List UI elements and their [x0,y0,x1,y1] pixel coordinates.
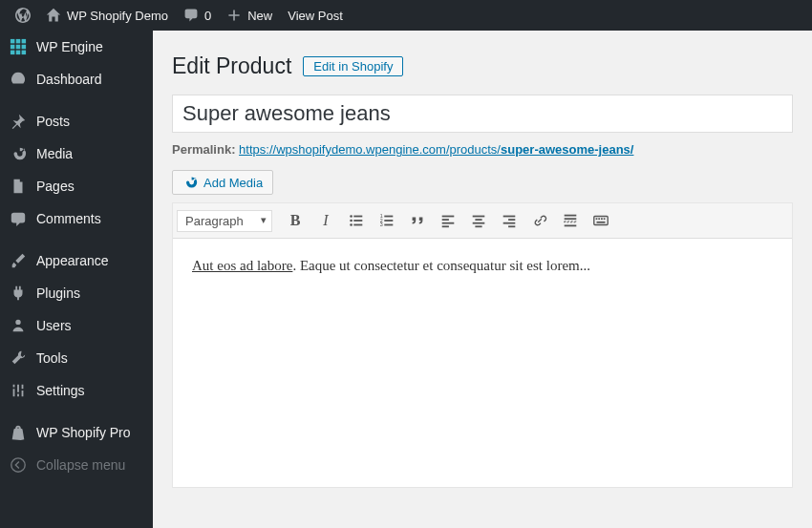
content-underlined: Aut eos ad labore [192,258,292,273]
sidebar-item-dashboard[interactable]: Dashboard [0,63,153,95]
svg-rect-23 [442,219,449,221]
numbered-list-button[interactable]: 123 [374,207,400,234]
toolbar-toggle-button[interactable] [588,207,614,234]
media-icon [10,145,27,162]
content-rest: . Eaque ut consectetur et consequatur si… [292,258,590,273]
shopify-icon [10,424,27,441]
sidebar-item-settings[interactable]: Settings [0,374,153,407]
add-media-button[interactable]: Add Media [172,170,273,195]
sidebar-item-media[interactable]: Media [0,137,153,170]
tool-icon [10,349,27,367]
svg-rect-36 [565,222,577,222]
permalink-link[interactable]: https://wpshopifydemo.wpengine.com/produ… [239,142,633,157]
svg-rect-2 [22,39,27,44]
svg-rect-26 [473,216,485,218]
align-right-icon [501,212,518,229]
plus-icon [226,8,242,23]
sidebar-item-tools[interactable]: Tools [0,342,153,374]
edit-in-shopify-button[interactable]: Edit in Shopify [303,56,403,76]
sidebar-item-wpengine[interactable]: WP Engine [0,31,153,63]
dashboard-icon [10,71,27,88]
svg-text:3: 3 [380,222,383,227]
collapse-icon [10,456,27,474]
bullet-list-button[interactable] [343,207,370,234]
svg-rect-0 [11,39,15,44]
svg-rect-30 [503,216,516,218]
settings-icon [10,382,27,399]
product-title-input[interactable] [172,95,793,133]
svg-rect-17 [384,220,393,222]
new-label: New [247,9,272,23]
sidebar-item-users[interactable]: Users [0,309,153,342]
svg-rect-38 [594,217,608,225]
ol-icon: 123 [378,212,395,229]
brush-icon [10,252,27,269]
svg-rect-29 [475,225,481,227]
site-link[interactable]: WP Shopify Demo [38,0,176,31]
sidebar-item-comments[interactable]: Comments [0,202,153,235]
sidebar-item-plugins[interactable]: Plugins [0,277,153,309]
view-post-link[interactable]: View Post [280,0,351,31]
svg-rect-22 [442,216,455,218]
align-right-button[interactable] [496,207,523,234]
permalink-row: Permalink: https://wpshopifydemo.wpengin… [172,142,793,157]
blockquote-button[interactable] [404,207,431,234]
editor-body[interactable]: Aut eos ad labore. Eaque ut consectetur … [173,239,792,487]
permalink-label: Permalink: [172,142,235,157]
sidebar-item-label: WP Engine [36,39,103,54]
sidebar-item-pages[interactable]: Pages [0,170,153,202]
content-editor: Paragraph B I 123 Aut eos ad labore. Eaq… [172,202,793,488]
sidebar-item-label: Appearance [36,253,109,268]
collapse-menu[interactable]: Collapse menu [0,449,153,481]
italic-button[interactable]: I [312,207,339,234]
view-post-label: View Post [288,9,343,23]
svg-point-10 [350,215,353,218]
comments-link[interactable]: 0 [176,0,219,31]
svg-rect-33 [508,225,515,227]
align-center-button[interactable] [465,207,492,234]
svg-rect-4 [16,45,21,50]
comment-count: 0 [204,9,211,23]
svg-rect-35 [565,218,577,220]
svg-point-9 [11,458,25,472]
read-more-button[interactable] [557,207,584,234]
add-media-label: Add Media [203,176,263,190]
bold-button[interactable]: B [282,207,309,234]
main-content: Edit Product Edit in Shopify Permalink: … [153,31,812,528]
sidebar-item-wpshopify[interactable]: WP Shopify Pro [0,416,153,449]
svg-rect-18 [384,224,393,226]
sidebar-item-appearance[interactable]: Appearance [0,244,153,277]
plug-icon [10,285,27,302]
sidebar-item-label: Comments [36,211,101,226]
page-icon [10,178,27,195]
pin-icon [10,113,27,130]
svg-rect-37 [565,225,577,227]
link-button[interactable] [526,207,553,234]
wpengine-icon [10,38,27,55]
svg-rect-43 [597,222,606,223]
svg-rect-25 [442,225,449,227]
svg-rect-27 [475,219,481,221]
sidebar-item-label: Pages [36,179,75,194]
readmore-icon [562,212,579,229]
svg-rect-5 [22,45,27,50]
sidebar-item-label: Settings [36,383,85,398]
format-select[interactable]: Paragraph [177,210,272,232]
site-title: WP Shopify Demo [67,9,168,23]
svg-rect-28 [473,222,485,224]
quote-icon [409,212,426,229]
sidebar-item-posts[interactable]: Posts [0,105,153,137]
svg-rect-8 [22,51,27,55]
align-left-button[interactable] [435,207,461,234]
home-icon [46,8,61,23]
sidebar-item-label: Media [36,146,73,161]
svg-rect-11 [353,216,362,218]
svg-rect-40 [598,218,600,220]
svg-rect-42 [604,218,606,220]
svg-point-12 [350,220,353,222]
sidebar-item-label: WP Shopify Pro [36,425,131,440]
admin-bar: WP Shopify Demo 0 New View Post [0,0,812,31]
wp-logo[interactable] [8,0,38,31]
new-link[interactable]: New [219,0,280,31]
sidebar-item-label: Tools [36,350,68,366]
